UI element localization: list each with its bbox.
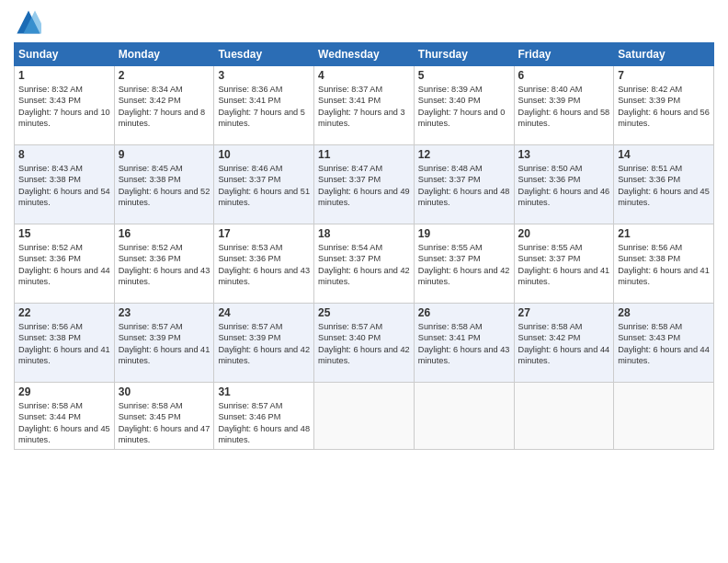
day-info: Sunrise: 8:48 AMSunset: 3:37 PMDaylight:…: [418, 163, 510, 209]
calendar-cell: 6Sunrise: 8:40 AMSunset: 3:39 PMDaylight…: [514, 66, 614, 145]
day-number: 28: [618, 306, 710, 319]
col-header-wednesday: Wednesday: [314, 43, 415, 66]
day-info: Sunrise: 8:58 AMSunset: 3:45 PMDaylight:…: [119, 400, 210, 446]
col-header-monday: Monday: [114, 43, 214, 66]
calendar-cell: 5Sunrise: 8:39 AMSunset: 3:40 PMDaylight…: [414, 66, 514, 145]
calendar-cell: 15Sunrise: 8:52 AMSunset: 3:36 PMDayligh…: [15, 224, 115, 304]
calendar-cell: 30Sunrise: 8:58 AMSunset: 3:45 PMDayligh…: [114, 383, 214, 450]
day-info: Sunrise: 8:50 AMSunset: 3:36 PMDaylight:…: [518, 163, 610, 209]
calendar-cell: 12Sunrise: 8:48 AMSunset: 3:37 PMDayligh…: [414, 145, 514, 224]
calendar-cell: 29Sunrise: 8:58 AMSunset: 3:44 PMDayligh…: [15, 383, 115, 450]
calendar-cell: 16Sunrise: 8:52 AMSunset: 3:36 PMDayligh…: [114, 224, 214, 304]
day-number: 22: [18, 306, 110, 319]
calendar-cell: 20Sunrise: 8:55 AMSunset: 3:37 PMDayligh…: [514, 224, 614, 304]
day-info: Sunrise: 8:36 AMSunset: 3:41 PMDaylight:…: [218, 84, 310, 130]
day-number: 1: [18, 69, 110, 82]
day-info: Sunrise: 8:58 AMSunset: 3:42 PMDaylight:…: [518, 321, 610, 367]
day-info: Sunrise: 8:57 AMSunset: 3:40 PMDaylight:…: [318, 321, 410, 367]
day-number: 8: [18, 148, 110, 161]
calendar-cell: 21Sunrise: 8:56 AMSunset: 3:38 PMDayligh…: [614, 224, 714, 304]
col-header-tuesday: Tuesday: [214, 43, 314, 66]
day-number: 9: [119, 148, 210, 161]
calendar-cell: 17Sunrise: 8:53 AMSunset: 3:36 PMDayligh…: [214, 224, 314, 304]
calendar-cell: 14Sunrise: 8:51 AMSunset: 3:36 PMDayligh…: [614, 145, 714, 224]
day-number: 27: [518, 306, 610, 319]
calendar-cell: 11Sunrise: 8:47 AMSunset: 3:37 PMDayligh…: [314, 145, 415, 224]
day-info: Sunrise: 8:43 AMSunset: 3:38 PMDaylight:…: [18, 163, 110, 209]
calendar-table: SundayMondayTuesdayWednesdayThursdayFrid…: [14, 42, 714, 450]
day-info: Sunrise: 8:55 AMSunset: 3:37 PMDaylight:…: [418, 242, 510, 288]
day-number: 26: [418, 306, 510, 319]
calendar-cell: 9Sunrise: 8:45 AMSunset: 3:38 PMDaylight…: [114, 145, 214, 224]
calendar-cell: 2Sunrise: 8:34 AMSunset: 3:42 PMDaylight…: [114, 66, 214, 145]
calendar-cell: [514, 383, 614, 450]
day-number: 14: [618, 148, 710, 161]
calendar-cell: 28Sunrise: 8:58 AMSunset: 3:43 PMDayligh…: [614, 304, 714, 383]
day-info: Sunrise: 8:55 AMSunset: 3:37 PMDaylight:…: [518, 242, 610, 288]
calendar-week-2: 8Sunrise: 8:43 AMSunset: 3:38 PMDaylight…: [15, 145, 714, 224]
day-number: 24: [218, 306, 310, 319]
calendar-cell: 8Sunrise: 8:43 AMSunset: 3:38 PMDaylight…: [15, 145, 115, 224]
logo: [14, 9, 41, 35]
day-info: Sunrise: 8:46 AMSunset: 3:37 PMDaylight:…: [218, 163, 310, 209]
calendar-cell: 3Sunrise: 8:36 AMSunset: 3:41 PMDaylight…: [214, 66, 314, 145]
calendar-cell: 23Sunrise: 8:57 AMSunset: 3:39 PMDayligh…: [114, 304, 214, 383]
calendar-week-1: 1Sunrise: 8:32 AMSunset: 3:43 PMDaylight…: [15, 66, 714, 145]
day-info: Sunrise: 8:57 AMSunset: 3:39 PMDaylight:…: [218, 321, 310, 367]
day-number: 5: [418, 69, 510, 82]
day-number: 3: [218, 69, 310, 82]
col-header-thursday: Thursday: [414, 43, 514, 66]
day-info: Sunrise: 8:53 AMSunset: 3:36 PMDaylight:…: [218, 242, 310, 288]
calendar-week-4: 22Sunrise: 8:56 AMSunset: 3:38 PMDayligh…: [15, 304, 714, 383]
day-info: Sunrise: 8:56 AMSunset: 3:38 PMDaylight:…: [18, 321, 110, 367]
day-info: Sunrise: 8:58 AMSunset: 3:41 PMDaylight:…: [418, 321, 510, 367]
day-number: 29: [18, 385, 110, 398]
calendar-cell: [314, 383, 415, 450]
calendar-cell: 10Sunrise: 8:46 AMSunset: 3:37 PMDayligh…: [214, 145, 314, 224]
calendar-week-3: 15Sunrise: 8:52 AMSunset: 3:36 PMDayligh…: [15, 224, 714, 304]
day-number: 2: [119, 69, 210, 82]
day-info: Sunrise: 8:37 AMSunset: 3:41 PMDaylight:…: [318, 84, 410, 130]
day-info: Sunrise: 8:34 AMSunset: 3:42 PMDaylight:…: [119, 84, 210, 130]
day-info: Sunrise: 8:58 AMSunset: 3:43 PMDaylight:…: [618, 321, 710, 367]
calendar-cell: 13Sunrise: 8:50 AMSunset: 3:36 PMDayligh…: [514, 145, 614, 224]
day-number: 21: [618, 227, 710, 240]
col-header-sunday: Sunday: [15, 43, 115, 66]
calendar-cell: 25Sunrise: 8:57 AMSunset: 3:40 PMDayligh…: [314, 304, 415, 383]
day-number: 15: [18, 227, 110, 240]
day-info: Sunrise: 8:57 AMSunset: 3:46 PMDaylight:…: [218, 400, 310, 446]
day-info: Sunrise: 8:54 AMSunset: 3:37 PMDaylight:…: [318, 242, 410, 288]
calendar-cell: 24Sunrise: 8:57 AMSunset: 3:39 PMDayligh…: [214, 304, 314, 383]
day-number: 20: [518, 227, 610, 240]
day-info: Sunrise: 8:42 AMSunset: 3:39 PMDaylight:…: [618, 84, 710, 130]
calendar-header-row: SundayMondayTuesdayWednesdayThursdayFrid…: [15, 43, 714, 66]
day-number: 17: [218, 227, 310, 240]
day-info: Sunrise: 8:52 AMSunset: 3:36 PMDaylight:…: [18, 242, 110, 288]
header: [14, 9, 714, 35]
calendar-cell: 19Sunrise: 8:55 AMSunset: 3:37 PMDayligh…: [414, 224, 514, 304]
day-number: 6: [518, 69, 610, 82]
calendar-cell: 26Sunrise: 8:58 AMSunset: 3:41 PMDayligh…: [414, 304, 514, 383]
day-info: Sunrise: 8:56 AMSunset: 3:38 PMDaylight:…: [618, 242, 710, 288]
col-header-friday: Friday: [514, 43, 614, 66]
day-number: 23: [119, 306, 210, 319]
day-number: 4: [318, 69, 410, 82]
calendar-cell: [614, 383, 714, 450]
day-number: 31: [218, 385, 310, 398]
day-number: 7: [618, 69, 710, 82]
page: SundayMondayTuesdayWednesdayThursdayFrid…: [0, 0, 728, 563]
day-info: Sunrise: 8:57 AMSunset: 3:39 PMDaylight:…: [119, 321, 210, 367]
day-number: 10: [218, 148, 310, 161]
day-info: Sunrise: 8:52 AMSunset: 3:36 PMDaylight:…: [119, 242, 210, 288]
calendar-cell: 31Sunrise: 8:57 AMSunset: 3:46 PMDayligh…: [214, 383, 314, 450]
calendar-cell: 18Sunrise: 8:54 AMSunset: 3:37 PMDayligh…: [314, 224, 415, 304]
logo-icon: [16, 9, 41, 35]
day-info: Sunrise: 8:45 AMSunset: 3:38 PMDaylight:…: [119, 163, 210, 209]
day-number: 19: [418, 227, 510, 240]
day-info: Sunrise: 8:47 AMSunset: 3:37 PMDaylight:…: [318, 163, 410, 209]
day-number: 11: [318, 148, 410, 161]
calendar-cell: 1Sunrise: 8:32 AMSunset: 3:43 PMDaylight…: [15, 66, 115, 145]
day-number: 16: [119, 227, 210, 240]
day-number: 13: [518, 148, 610, 161]
day-info: Sunrise: 8:32 AMSunset: 3:43 PMDaylight:…: [18, 84, 110, 130]
